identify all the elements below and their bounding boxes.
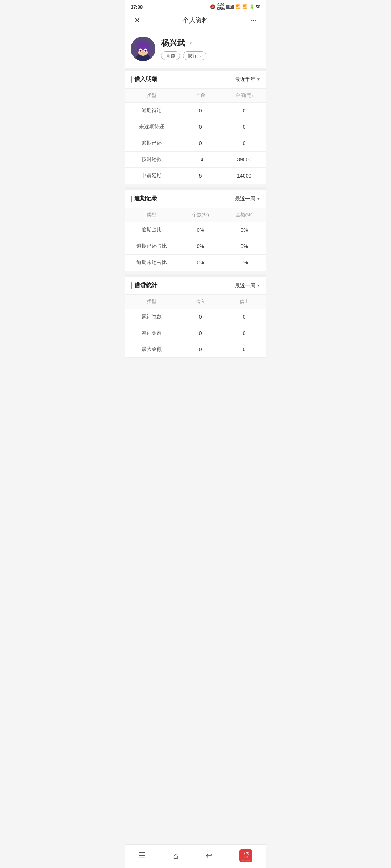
status-time: 17:38	[131, 4, 143, 10]
table-cell: 0	[222, 119, 266, 135]
table-cell: 申请延期	[125, 168, 178, 184]
profile-info: 杨兴武 ♂ 肖像 银行卡	[161, 38, 260, 60]
table-row: 逾期待还00	[125, 103, 266, 119]
battery-level: 50	[256, 5, 260, 9]
stats-col-borrow-in: 借入	[178, 295, 222, 309]
network-speed: 0.20KB/s	[217, 3, 225, 11]
borrow-col-type: 类型	[125, 89, 178, 103]
table-cell: 最大金额	[125, 341, 178, 358]
divider-1	[125, 68, 266, 71]
table-cell: 0	[178, 341, 222, 358]
stats-title: 借贷统计	[131, 282, 157, 289]
status-icons: 🔕 0.20KB/s HD 📶 📶 🔋 50	[210, 3, 261, 11]
table-cell: 累计笔数	[125, 309, 178, 325]
table-cell: 14000	[222, 168, 266, 184]
table-cell: 0%	[222, 222, 266, 238]
table-row: 逾期占比0%0%	[125, 222, 266, 238]
table-row: 逾期已还占比0%0%	[125, 238, 266, 255]
svg-point-16	[140, 50, 141, 50]
borrow-col-amount: 金额(元)	[222, 89, 266, 103]
table-row: 逾期已还00	[125, 135, 266, 152]
table-row: 累计金额00	[125, 325, 266, 341]
table-cell: 14	[178, 152, 222, 168]
wifi-icon: 📶	[242, 4, 248, 9]
table-row: 最大金额00	[125, 341, 266, 358]
table-cell: 逾期已还占比	[125, 238, 178, 255]
table-cell: 0	[178, 135, 222, 152]
divider-3	[125, 274, 266, 277]
stats-section: 借贷统计 最近一周 ▼ 类型 借入 借出 累计笔数00累计金额00最大金额00	[125, 277, 266, 358]
profile-name-row: 杨兴武 ♂	[161, 38, 260, 48]
stats-filter-text: 最近一周	[235, 282, 255, 289]
table-cell: 0	[222, 103, 266, 119]
table-row: 按时还款1439000	[125, 152, 266, 168]
divider-2	[125, 187, 266, 190]
table-cell: 0%	[178, 222, 222, 238]
table-cell: 0%	[222, 255, 266, 271]
more-button[interactable]: ···	[247, 17, 260, 24]
overdue-title: 逾期记录	[131, 195, 157, 203]
table-cell: 按时还款	[125, 152, 178, 168]
table-cell: 39000	[222, 152, 266, 168]
stats-col-type: 类型	[125, 295, 178, 309]
gender-icon: ♂	[188, 39, 193, 47]
overdue-filter[interactable]: 最近一周 ▼	[235, 196, 260, 202]
profile-tags: 肖像 银行卡	[161, 51, 260, 60]
profile-section: 杨兴武 ♂ 肖像 银行卡	[125, 30, 266, 68]
battery-icon: 🔋	[249, 4, 255, 9]
table-cell: 逾期未还占比	[125, 255, 178, 271]
table-row: 未逾期待还00	[125, 119, 266, 135]
overdue-table: 类型 个数(%) 金额(%) 逾期占比0%0%逾期已还占比0%0%逾期未还占比0…	[125, 208, 266, 271]
tag-portrait[interactable]: 肖像	[161, 51, 180, 60]
page-title: 个人资料	[182, 16, 209, 25]
table-cell: 0	[222, 309, 266, 325]
svg-point-9	[144, 46, 148, 49]
overdue-header: 逾期记录 最近一周 ▼	[125, 190, 266, 208]
svg-point-18	[143, 51, 143, 52]
hd-badge: HD	[226, 5, 234, 9]
stats-header: 借贷统计 最近一周 ▼	[125, 277, 266, 294]
table-cell: 0	[178, 119, 222, 135]
table-cell: 0%	[178, 238, 222, 255]
borrow-title: 借入明细	[131, 76, 157, 83]
borrow-dropdown-icon: ▼	[257, 77, 260, 81]
signal-icon: 📶	[235, 4, 241, 9]
close-button[interactable]: ✕	[131, 16, 144, 25]
table-cell: 0	[178, 325, 222, 341]
borrow-title-bar	[131, 76, 132, 83]
table-cell: 5	[178, 168, 222, 184]
borrow-header: 借入明细 最近半年 ▼	[125, 71, 266, 88]
table-cell: 0	[178, 103, 222, 119]
borrow-title-text: 借入明细	[134, 76, 157, 83]
overdue-dropdown-icon: ▼	[257, 197, 260, 201]
stats-title-text: 借贷统计	[134, 282, 157, 289]
top-nav: ✕ 个人资料 ···	[125, 12, 266, 30]
overdue-filter-text: 最近一周	[235, 196, 255, 202]
svg-point-17	[146, 50, 146, 50]
table-cell: 逾期占比	[125, 222, 178, 238]
table-cell: 逾期待还	[125, 103, 178, 119]
tag-bank-card[interactable]: 银行卡	[183, 51, 206, 60]
status-bar: 17:38 🔕 0.20KB/s HD 📶 📶 🔋 50	[125, 0, 266, 12]
table-cell: 累计金额	[125, 325, 178, 341]
stats-dropdown-icon: ▼	[257, 284, 260, 288]
borrow-filter-text: 最近半年	[235, 76, 255, 83]
overdue-col-type: 类型	[125, 208, 178, 222]
stats-col-borrow-out: 借出	[222, 295, 266, 309]
overdue-section: 逾期记录 最近一周 ▼ 类型 个数(%) 金额(%) 逾期占比0%0%逾期已还占…	[125, 190, 266, 271]
avatar	[131, 37, 155, 61]
borrow-section: 借入明细 最近半年 ▼ 类型 个数 金额(元) 逾期待还00未逾期待还00逾期已…	[125, 71, 266, 184]
profile-name: 杨兴武	[161, 38, 185, 48]
table-cell: 逾期已还	[125, 135, 178, 152]
mute-icon: 🔕	[210, 4, 215, 9]
stats-table: 类型 借入 借出 累计笔数00累计金额00最大金额00	[125, 294, 266, 358]
table-cell: 0%	[178, 255, 222, 271]
table-cell: 未逾期待还	[125, 119, 178, 135]
stats-filter[interactable]: 最近一周 ▼	[235, 282, 260, 289]
table-cell: 0	[178, 309, 222, 325]
table-row: 逾期未还占比0%0%	[125, 255, 266, 271]
table-row: 累计笔数00	[125, 309, 266, 325]
overdue-title-bar	[131, 196, 132, 202]
borrow-filter[interactable]: 最近半年 ▼	[235, 76, 260, 83]
table-cell: 0	[222, 341, 266, 358]
